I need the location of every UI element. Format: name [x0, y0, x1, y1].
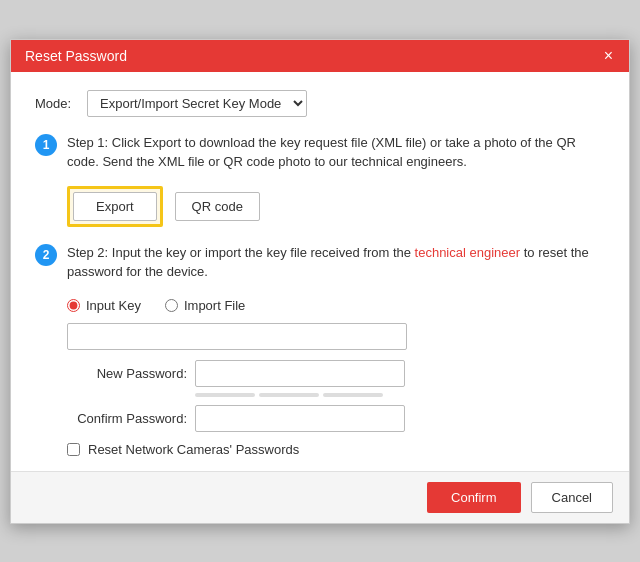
reset-cameras-checkbox[interactable] — [67, 443, 80, 456]
strength-bar-2 — [259, 393, 319, 397]
radio-import-file-text: Import File — [184, 298, 245, 313]
radio-input-key-text: Input Key — [86, 298, 141, 313]
dialog-title: Reset Password — [25, 48, 127, 64]
confirm-password-label: Confirm Password: — [67, 411, 187, 426]
step1-circle: 1 — [35, 134, 57, 156]
confirm-password-input[interactable] — [195, 405, 405, 432]
cancel-button[interactable]: Cancel — [531, 482, 613, 513]
mode-row: Mode: Export/Import Secret Key Mode Veri… — [35, 90, 605, 117]
radio-import-file[interactable] — [165, 299, 178, 312]
close-button[interactable]: × — [602, 48, 615, 64]
radio-input-key[interactable] — [67, 299, 80, 312]
export-buttons-row: Export QR code — [67, 186, 605, 227]
step1-text: Step 1: Click Export to download the key… — [67, 133, 605, 172]
reset-cameras-label: Reset Network Cameras' Passwords — [88, 442, 299, 457]
key-input-row — [67, 323, 605, 350]
qr-button[interactable]: QR code — [175, 192, 260, 221]
password-strength — [195, 393, 605, 397]
step2-text: Step 2: Input the key or import the key … — [67, 243, 605, 282]
new-password-row: New Password: — [67, 360, 605, 387]
confirm-button[interactable]: Confirm — [427, 482, 521, 513]
reset-password-dialog: Reset Password × Mode: Export/Import Sec… — [10, 39, 630, 524]
dialog-body: Mode: Export/Import Secret Key Mode Veri… — [11, 72, 629, 471]
dialog-footer: Confirm Cancel — [11, 471, 629, 523]
password-rows: New Password: Confirm Password: — [67, 360, 605, 432]
new-password-label: New Password: — [67, 366, 187, 381]
export-highlight: Export — [67, 186, 163, 227]
radio-import-file-label[interactable]: Import File — [165, 298, 245, 313]
mode-select[interactable]: Export/Import Secret Key Mode Verificati… — [87, 90, 307, 117]
export-button[interactable]: Export — [73, 192, 157, 221]
checkbox-row: Reset Network Cameras' Passwords — [67, 442, 605, 457]
mode-label: Mode: — [35, 96, 77, 111]
new-password-input[interactable] — [195, 360, 405, 387]
radio-row: Input Key Import File — [67, 298, 605, 313]
key-input[interactable] — [67, 323, 407, 350]
step2-row: 2 Step 2: Input the key or import the ke… — [35, 243, 605, 282]
radio-input-key-label[interactable]: Input Key — [67, 298, 141, 313]
title-bar: Reset Password × — [11, 40, 629, 72]
strength-bar-3 — [323, 393, 383, 397]
strength-bar-1 — [195, 393, 255, 397]
step1-row: 1 Step 1: Click Export to download the k… — [35, 133, 605, 172]
confirm-password-row: Confirm Password: — [67, 405, 605, 432]
step2-circle: 2 — [35, 244, 57, 266]
